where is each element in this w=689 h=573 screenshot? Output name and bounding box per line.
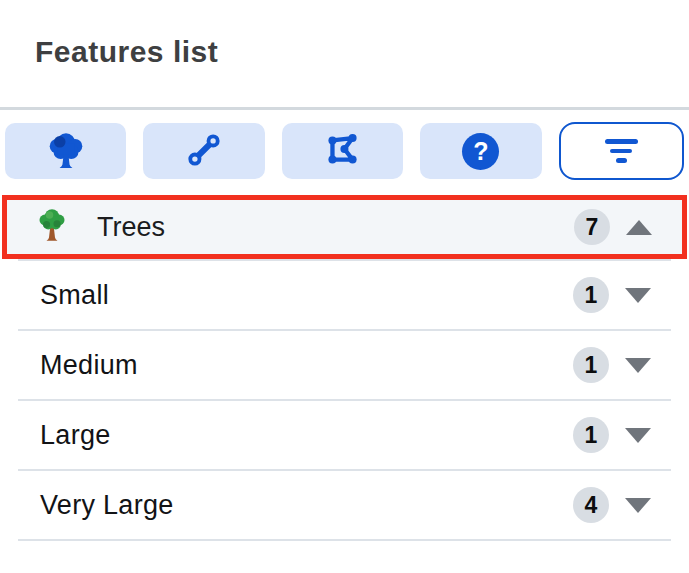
help-button[interactable]: ? bbox=[420, 123, 541, 179]
chevron-up-icon[interactable] bbox=[626, 220, 652, 235]
group-count-badge: 7 bbox=[574, 209, 610, 245]
polygon-tool-button[interactable] bbox=[282, 123, 403, 179]
filter-button[interactable] bbox=[559, 122, 684, 180]
list-item-large[interactable]: Large 1 bbox=[0, 401, 689, 469]
chevron-down-icon[interactable] bbox=[625, 428, 651, 443]
group-row-trees[interactable]: Trees 7 bbox=[2, 195, 687, 259]
filter-icon bbox=[605, 139, 638, 163]
chevron-down-icon[interactable] bbox=[625, 288, 651, 303]
chevron-down-icon[interactable] bbox=[625, 498, 651, 513]
list-item-label: Large bbox=[40, 420, 111, 451]
list-item-very-large[interactable]: Very Large 4 bbox=[0, 471, 689, 539]
header-divider bbox=[0, 107, 689, 110]
row-divider bbox=[18, 539, 671, 541]
polygon-icon bbox=[320, 127, 366, 176]
list-item-label: Very Large bbox=[40, 490, 174, 521]
toolbar: ? bbox=[0, 123, 689, 180]
item-count-badge: 1 bbox=[573, 347, 609, 383]
group-label: Trees bbox=[97, 212, 165, 243]
features-panel: Features list bbox=[0, 0, 689, 573]
tree-icon bbox=[43, 127, 89, 176]
item-count-badge: 1 bbox=[573, 277, 609, 313]
list-item-medium[interactable]: Medium 1 bbox=[0, 331, 689, 399]
page-title: Features list bbox=[35, 34, 689, 70]
panel-header: Features list bbox=[0, 0, 689, 70]
tree-emoji-icon bbox=[37, 207, 67, 247]
list-item-small[interactable]: Small 1 bbox=[0, 261, 689, 329]
chevron-down-icon[interactable] bbox=[625, 358, 651, 373]
question-icon: ? bbox=[462, 133, 499, 170]
line-tool-button[interactable] bbox=[143, 123, 264, 179]
list-item-label: Medium bbox=[40, 350, 138, 381]
tree-tool-button[interactable] bbox=[5, 123, 126, 179]
list-item-label: Small bbox=[40, 280, 109, 311]
line-segment-icon bbox=[181, 127, 227, 176]
item-count-badge: 1 bbox=[573, 417, 609, 453]
item-count-badge: 4 bbox=[573, 487, 609, 523]
